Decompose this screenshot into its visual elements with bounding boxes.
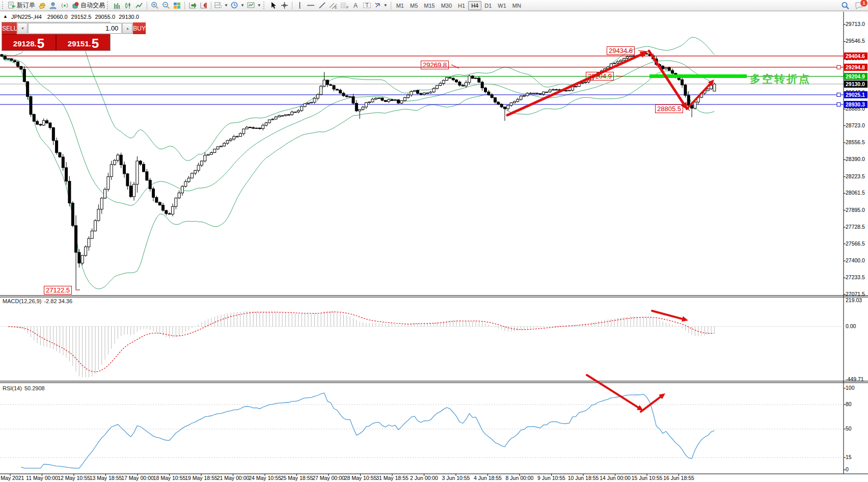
volume-increase-button[interactable]: ▲ (122, 23, 132, 34)
candle-body (123, 165, 126, 174)
price-annotation-29204[interactable]: 29204.9 (586, 72, 614, 81)
candle-body (626, 57, 629, 58)
timeframe-mn[interactable]: MN (509, 1, 524, 10)
candle-body (242, 129, 245, 133)
signal-button[interactable] (59, 1, 70, 11)
period-dropdown[interactable]: ▼ (230, 1, 246, 11)
trend-arrow[interactable] (507, 55, 641, 115)
buy-price-main: 29151. (68, 38, 91, 50)
candle-body (133, 184, 135, 197)
candlestick-chart-button[interactable] (123, 1, 133, 11)
chart-shift-button[interactable] (198, 1, 209, 11)
axis-tick-label: 28223.5 (846, 173, 865, 179)
toolbar-grip[interactable] (263, 2, 266, 9)
candle-body (410, 92, 413, 95)
price-annotation-29269[interactable]: 29269.8 (421, 61, 449, 69)
mt5-window: 新订单 自动交易 (0, 0, 868, 482)
line-handle[interactable] (837, 65, 840, 69)
candle-body (446, 77, 448, 81)
timeframe-w1[interactable]: W1 (495, 1, 509, 10)
line-chart-button[interactable] (134, 1, 145, 11)
macd-values: -2.82 34.36 (44, 298, 72, 304)
time-axis[interactable]: 7 May 202111 May 00:0012 May 10:5513 May… (0, 474, 868, 482)
line-handle[interactable] (837, 103, 840, 106)
arrows-dropdown[interactable]: ▼ (373, 1, 389, 11)
trend-arrow[interactable] (587, 375, 638, 408)
candle-body (88, 238, 90, 247)
price-annotation-27122[interactable]: 27122.5 (44, 286, 72, 294)
trend-arrow[interactable] (687, 84, 710, 109)
cursor-button[interactable] (268, 1, 279, 11)
candle-body (272, 119, 274, 120)
trendline-button[interactable] (317, 1, 328, 11)
symbol-collapse-icon[interactable]: ▲ (3, 14, 8, 20)
search-button[interactable] (840, 1, 851, 11)
candle-body (258, 128, 261, 128)
horizontal-line-icon (307, 3, 315, 8)
candle-body (417, 91, 419, 94)
timeframe-m30[interactable]: M30 (438, 1, 455, 10)
axis-tick-label: 29546.5 (846, 38, 865, 44)
price-axis[interactable]: 29713.029546.529380.029213.529047.028885… (845, 12, 868, 474)
candle-body (403, 98, 406, 101)
svg-text:F: F (346, 6, 348, 9)
axis-tick-label: 27728.5 (846, 224, 865, 230)
vertical-line-button[interactable] (294, 1, 305, 11)
candle-body (629, 56, 632, 57)
candle-body (503, 107, 506, 109)
equidistant-channel-button[interactable]: E (328, 1, 339, 11)
text-label-button[interactable]: T (362, 1, 372, 11)
sell-button[interactable]: SELL (2, 22, 17, 34)
toolbar-grip[interactable] (107, 2, 110, 9)
volume-decrease-button[interactable]: ▼ (17, 23, 28, 34)
sell-price[interactable]: 29128. 5 (2, 35, 56, 50)
candle-body (1, 55, 3, 57)
timeframe-m5[interactable]: M5 (407, 1, 421, 10)
turning-point-text[interactable]: 多空转折点 (750, 72, 811, 86)
template-dropdown[interactable]: ▼ (246, 1, 262, 11)
axis-tick-label: 0 (846, 466, 849, 472)
timeframe-d1[interactable]: D1 (481, 1, 495, 10)
deposit-button[interactable] (37, 1, 47, 11)
candle-body (294, 112, 296, 113)
candle-body (568, 90, 571, 91)
volume-input[interactable] (28, 23, 122, 34)
account-button[interactable] (48, 1, 59, 11)
new-order-label: 新订单 (17, 1, 35, 10)
zoom-in-button[interactable] (149, 1, 160, 11)
buy-button[interactable]: BUY (133, 22, 146, 34)
notification-badge[interactable]: 1 (860, 0, 868, 7)
trend-arrow-head[interactable] (682, 316, 688, 322)
crosshair-button[interactable] (279, 1, 290, 11)
tile-windows-button[interactable] (172, 1, 182, 11)
bar-chart-button[interactable] (112, 1, 122, 11)
candle-body (449, 77, 451, 78)
price-annotation-29434[interactable]: 29434.6 (607, 46, 635, 55)
timeframe-h4[interactable]: H4 (468, 1, 481, 10)
trendline-icon (318, 2, 326, 9)
horizontal-line-button[interactable] (306, 1, 316, 11)
timeframe-h1[interactable]: H1 (455, 1, 468, 10)
clock-icon (231, 2, 238, 9)
auto-trading-button[interactable]: 自动交易 (70, 1, 106, 11)
price-annotation-28805[interactable]: 28805.5 (655, 104, 683, 113)
symbol-ohlc-line[interactable]: ▲ JPN225-,H4 29060.0 29152.5 29055.0 291… (3, 14, 139, 20)
volume-stepper: ▼ ▲ (17, 22, 133, 34)
text-button[interactable]: A (350, 1, 361, 11)
zoom-out-button[interactable] (160, 1, 171, 11)
line-handle[interactable] (837, 93, 840, 97)
candle-body (494, 98, 496, 102)
timeframe-m15[interactable]: M15 (421, 1, 438, 10)
candle-body (391, 100, 393, 101)
axis-tick-label: 15 (846, 454, 852, 460)
candle-body (365, 103, 367, 108)
candle-body (129, 186, 132, 197)
buy-price[interactable]: 29151. 5 (57, 35, 110, 50)
toolbar-grip[interactable] (2, 2, 5, 9)
time-axis-label: 19 May 18:55 (185, 475, 218, 481)
fibonacci-button[interactable]: F (339, 1, 350, 11)
new-order-button[interactable]: 新订单 (7, 1, 36, 11)
timeframe-m1[interactable]: M1 (393, 1, 407, 10)
auto-scroll-button[interactable] (187, 1, 198, 11)
indicators-dropdown[interactable]: ▼ (213, 1, 229, 11)
